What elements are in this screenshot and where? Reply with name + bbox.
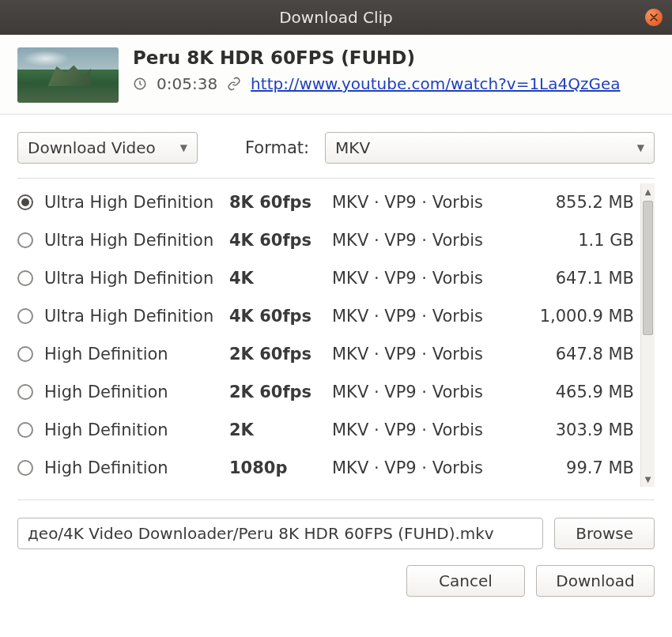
codec-info: MKV · VP9 · Vorbis xyxy=(332,420,534,439)
codec-info: MKV · VP9 · Vorbis xyxy=(332,383,534,401)
download-mode-value: Download Video xyxy=(28,138,156,157)
file-size: 1.1 GB xyxy=(534,231,637,250)
chevron-down-icon: ▼ xyxy=(637,142,644,153)
chevron-down-icon: ▼ xyxy=(180,142,187,153)
file-size: 99.7 MB xyxy=(534,458,637,477)
download-button[interactable]: Download xyxy=(536,565,655,597)
close-icon[interactable] xyxy=(645,9,663,26)
cancel-button[interactable]: Cancel xyxy=(406,565,525,597)
quality-option-row[interactable]: Ultra High Definition4K 60fpsMKV · VP9 ·… xyxy=(17,297,637,335)
codec-info: MKV · VP9 · Vorbis xyxy=(332,231,534,250)
divider xyxy=(17,178,655,179)
titlebar: Download Clip xyxy=(0,0,672,35)
options-list: Ultra High Definition8K 60fpsMKV · VP9 ·… xyxy=(17,183,655,487)
quality-label: High Definition xyxy=(40,383,229,401)
quality-label: Ultra High Definition xyxy=(40,307,229,326)
quality-spec: 2K 60fps xyxy=(229,345,332,364)
quality-label: High Definition xyxy=(40,458,229,477)
output-path-input[interactable]: део/4K Video Downloader/Peru 8K HDR 60FP… xyxy=(17,518,543,549)
radio-button[interactable] xyxy=(17,308,33,324)
quality-option-row[interactable]: Ultra High Definition8K 60fpsMKV · VP9 ·… xyxy=(17,183,637,221)
quality-spec: 1080p xyxy=(229,458,332,477)
scrollbar[interactable]: ▲ ▼ xyxy=(640,183,655,487)
quality-label: Ultra High Definition xyxy=(40,269,229,288)
scrollbar-thumb[interactable] xyxy=(643,201,653,335)
window-title: Download Clip xyxy=(279,8,393,27)
codec-info: MKV · VP9 · Vorbis xyxy=(332,269,534,288)
quality-spec: 4K 60fps xyxy=(229,231,332,250)
quality-spec: 2K xyxy=(229,420,332,439)
codec-info: MKV · VP9 · Vorbis xyxy=(332,307,534,326)
quality-label: High Definition xyxy=(40,345,229,364)
dialog-footer: Cancel Download xyxy=(17,565,655,597)
radio-button[interactable] xyxy=(17,270,33,286)
video-url-link[interactable]: http://www.youtube.com/watch?v=1La4QzGea xyxy=(251,74,620,93)
quality-option-row[interactable]: High Definition2K 60fpsMKV · VP9 · Vorbi… xyxy=(17,335,637,373)
format-value: MKV xyxy=(335,138,370,157)
file-size: 647.8 MB xyxy=(534,345,637,364)
video-duration: 0:05:38 xyxy=(157,74,217,93)
quality-spec: 4K xyxy=(229,269,332,288)
link-icon xyxy=(227,77,241,91)
quality-option-row[interactable]: High Definition2KMKV · VP9 · Vorbis303.9… xyxy=(17,411,637,449)
codec-info: MKV · VP9 · Vorbis xyxy=(332,345,534,364)
codec-info: MKV · VP9 · Vorbis xyxy=(332,458,534,477)
video-meta: Peru 8K HDR 60FPS (FUHD) 0:05:38 http://… xyxy=(133,47,655,93)
scroll-down-icon[interactable]: ▼ xyxy=(641,471,655,487)
video-header: Peru 8K HDR 60FPS (FUHD) 0:05:38 http://… xyxy=(0,35,672,115)
radio-button[interactable] xyxy=(17,194,33,210)
quality-option-row[interactable]: High Definition1080pMKV · VP9 · Vorbis99… xyxy=(17,449,637,487)
radio-button[interactable] xyxy=(17,346,33,362)
output-path-value: део/4K Video Downloader/Peru 8K HDR 60FP… xyxy=(28,524,494,543)
radio-button[interactable] xyxy=(17,460,33,476)
quality-option-row[interactable]: Ultra High Definition4K 60fpsMKV · VP9 ·… xyxy=(17,221,637,259)
file-size: 647.1 MB xyxy=(534,269,637,288)
scroll-up-icon[interactable]: ▲ xyxy=(641,183,655,199)
radio-button[interactable] xyxy=(17,384,33,400)
controls-row: Download Video ▼ Format: MKV ▼ xyxy=(17,126,655,178)
quality-option-row[interactable]: Ultra High Definition4KMKV · VP9 · Vorbi… xyxy=(17,259,637,297)
divider xyxy=(17,499,655,500)
output-path-row: део/4K Video Downloader/Peru 8K HDR 60FP… xyxy=(17,518,655,549)
quality-spec: 8K 60fps xyxy=(229,193,332,212)
quality-spec: 4K 60fps xyxy=(229,307,332,326)
file-size: 303.9 MB xyxy=(534,420,637,439)
file-size: 465.9 MB xyxy=(534,383,637,401)
quality-label: Ultra High Definition xyxy=(40,231,229,250)
quality-label: Ultra High Definition xyxy=(40,193,229,212)
quality-spec: 2K 60fps xyxy=(229,383,332,401)
format-label: Format: xyxy=(245,138,309,157)
format-dropdown[interactable]: MKV ▼ xyxy=(325,132,655,164)
video-title: Peru 8K HDR 60FPS (FUHD) xyxy=(133,47,655,68)
clock-icon xyxy=(133,77,147,91)
radio-button[interactable] xyxy=(17,232,33,248)
quality-option-row[interactable]: High Definition2K 60fpsMKV · VP9 · Vorbi… xyxy=(17,373,637,411)
download-mode-dropdown[interactable]: Download Video ▼ xyxy=(17,132,198,164)
browse-button[interactable]: Browse xyxy=(554,518,655,549)
radio-button[interactable] xyxy=(17,422,33,438)
video-thumbnail xyxy=(17,47,119,103)
quality-label: High Definition xyxy=(40,420,229,439)
codec-info: MKV · VP9 · Vorbis xyxy=(332,193,534,212)
file-size: 855.2 MB xyxy=(534,193,637,212)
file-size: 1,000.9 MB xyxy=(534,307,637,326)
